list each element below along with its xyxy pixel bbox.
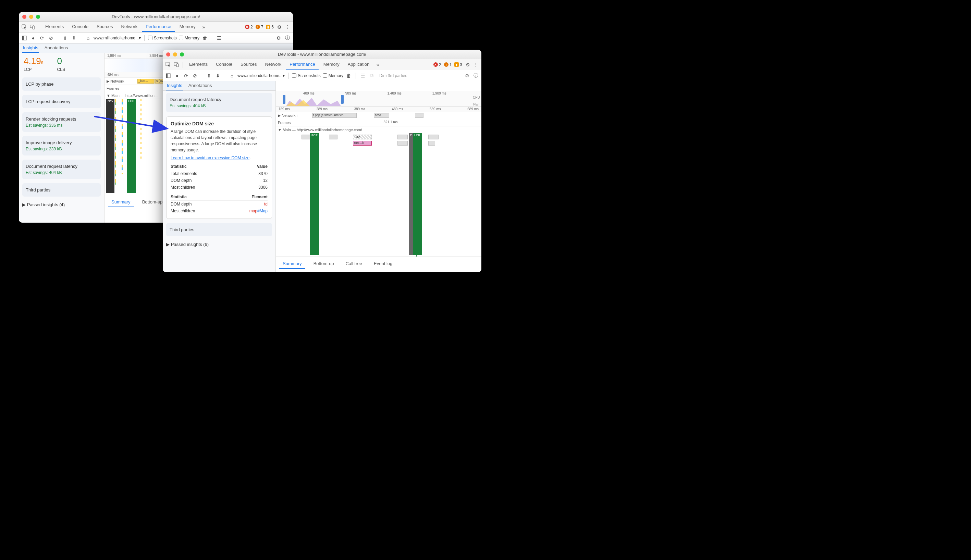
maximize-button[interactable] xyxy=(180,52,184,57)
flame-block[interactable] xyxy=(428,141,435,145)
close-button[interactable] xyxy=(166,52,170,57)
subtab-annotations[interactable]: Annotations xyxy=(188,81,213,90)
minimize-button[interactable] xyxy=(29,15,33,19)
learn-more-link[interactable]: Learn how to avoid an excessive DOM size xyxy=(171,155,249,160)
minimize-button[interactable] xyxy=(173,52,177,57)
tab-memory[interactable]: Memory xyxy=(176,22,199,32)
metric-lcp[interactable]: 4.19s LCP xyxy=(23,56,43,72)
errors-badge[interactable]: ✕2 xyxy=(245,25,253,30)
passed-insights[interactable]: ▶ Passed insights (4) xyxy=(19,199,104,211)
tab-console[interactable]: Console xyxy=(212,60,236,70)
dim-3rd-parties[interactable]: Dim 3rd parties xyxy=(379,73,407,78)
insight-image-delivery[interactable]: Improve image delivery Est savings: 239 … xyxy=(22,136,101,155)
url-dropdown[interactable]: www.milliondollarhome... ▾ xyxy=(237,73,285,78)
net-bar-1[interactable]: _butt... xyxy=(137,79,155,83)
clear-icon[interactable]: ⊘ xyxy=(192,72,199,79)
subtab-insights[interactable]: Insights xyxy=(166,81,183,90)
screenshots-checkbox[interactable]: Screenshots xyxy=(292,73,321,78)
overview-strip[interactable]: 489 ms 989 ms 1,489 ms 1,989 ms CPU NET xyxy=(276,91,481,107)
flame-stack-3[interactable] xyxy=(140,99,142,161)
tab-sources[interactable]: Sources xyxy=(93,22,117,32)
record-icon[interactable]: ● xyxy=(174,72,180,79)
inspect-icon[interactable] xyxy=(21,23,28,30)
recalc-bar[interactable]: Rec...le xyxy=(353,141,372,145)
layers-icon[interactable]: ☰ xyxy=(215,35,222,42)
issues-badge[interactable]: ▮3 xyxy=(454,62,462,67)
settings-icon[interactable]: ⚙ xyxy=(464,61,471,68)
bt-calltree[interactable]: Call tree xyxy=(342,259,365,269)
gear-icon[interactable]: ⚙ xyxy=(464,72,470,79)
flame-block[interactable] xyxy=(397,141,408,145)
net-bar-2[interactable]: arho... xyxy=(374,113,389,118)
maximize-button[interactable] xyxy=(36,15,40,19)
insight-render-blocking[interactable]: Render blocking requests Est savings: 33… xyxy=(22,112,101,132)
bt-bottomup[interactable]: Bottom-up xyxy=(310,259,337,269)
download-icon[interactable]: ⬇ xyxy=(70,35,77,42)
bt-summary[interactable]: Summary xyxy=(279,259,305,269)
tab-sources[interactable]: Sources xyxy=(237,60,260,70)
flame-block[interactable] xyxy=(397,135,408,139)
insight-doc-latency[interactable]: Document request latency Est savings: 40… xyxy=(166,93,272,112)
record-icon[interactable]: ● xyxy=(30,35,37,42)
memory-checkbox[interactable]: Memory xyxy=(323,73,343,78)
download-icon[interactable]: ⬇ xyxy=(215,72,221,79)
device-icon[interactable] xyxy=(173,61,180,68)
insight-lcp-discovery[interactable]: LCP request discovery xyxy=(22,95,101,108)
kebab-icon[interactable]: ⋮ xyxy=(284,23,291,30)
reload-icon[interactable]: ⟳ xyxy=(183,72,190,79)
warnings-badge[interactable]: !7 xyxy=(255,25,264,30)
flame-block[interactable] xyxy=(428,135,439,139)
upload-icon[interactable]: ⬆ xyxy=(62,35,68,42)
flame-stack-1[interactable] xyxy=(115,99,116,185)
tab-elements[interactable]: Elements xyxy=(186,60,211,70)
gear-icon[interactable]: ⚙ xyxy=(275,35,282,42)
bt-eventlog[interactable]: Event log xyxy=(370,259,396,269)
memory-checkbox[interactable]: Memory xyxy=(179,36,199,40)
settings-icon[interactable]: ⚙ xyxy=(276,23,283,30)
tab-memory[interactable]: Memory xyxy=(320,60,343,70)
subtab-insights[interactable]: Insights xyxy=(22,43,39,53)
tab-elements[interactable]: Elements xyxy=(42,22,67,32)
upload-icon[interactable]: ⬆ xyxy=(205,72,212,79)
shortcut-icon[interactable]: ⧉ xyxy=(368,72,375,79)
tab-network[interactable]: Network xyxy=(118,22,141,32)
range-handle-right[interactable] xyxy=(341,95,344,104)
more-tabs-icon[interactable]: » xyxy=(374,61,381,68)
kebab-icon[interactable]: ⋮ xyxy=(472,61,479,68)
close-button[interactable] xyxy=(22,15,27,19)
timeline[interactable]: 489 ms 989 ms 1,489 ms 1,989 ms CPU NET … xyxy=(276,91,481,272)
range-handle-left[interactable] xyxy=(283,95,285,104)
insight-doc-latency[interactable]: Document request latency Est savings: 40… xyxy=(22,160,101,179)
insight-third-parties[interactable]: Third parties xyxy=(22,183,101,197)
inspect-icon[interactable] xyxy=(165,61,172,68)
warnings-badge[interactable]: !1 xyxy=(444,62,452,67)
insight-lcp-phase[interactable]: LCP by phase xyxy=(22,77,101,91)
task-bar[interactable]: Task xyxy=(353,135,372,139)
bt-summary[interactable]: Summary xyxy=(108,197,134,207)
main-track[interactable]: ▼ Main — http://www.milliondollarhomepag… xyxy=(276,127,481,133)
tab-performance[interactable]: Performance xyxy=(142,22,174,32)
tab-performance[interactable]: Performance xyxy=(286,60,318,70)
metric-cls[interactable]: 0 CLS xyxy=(57,56,65,72)
more-tabs-icon[interactable]: » xyxy=(200,23,207,30)
tab-application[interactable]: Application xyxy=(344,60,373,70)
insight-optimize-dom[interactable]: Optimize DOM size A large DOM can increa… xyxy=(166,117,272,219)
errors-badge[interactable]: ✕2 xyxy=(434,62,441,67)
bt-bottomup[interactable]: Bottom-up xyxy=(139,197,166,207)
home-icon[interactable]: ⌂ xyxy=(229,72,235,79)
device-icon[interactable] xyxy=(29,23,36,30)
network-track[interactable]: ▶ Network i t.php (c.statcounter.co... a… xyxy=(276,112,481,119)
layers-icon[interactable]: ☰ xyxy=(359,72,366,79)
flame-chart-area[interactable]: Task Rec...le FCP D LCP xyxy=(276,133,481,257)
insight-third-parties[interactable]: Third parties xyxy=(166,223,272,236)
gc-icon[interactable]: 🗑 xyxy=(202,35,208,42)
frames-track[interactable]: Frames 321.1 ms xyxy=(276,119,481,127)
tab-console[interactable]: Console xyxy=(68,22,92,32)
help-icon[interactable]: ⓘ xyxy=(472,72,479,79)
screenshots-checkbox[interactable]: Screenshots xyxy=(148,36,177,40)
net-bar-3[interactable] xyxy=(415,113,424,118)
dock-icon[interactable] xyxy=(21,35,28,42)
dock-icon[interactable] xyxy=(165,72,172,79)
flame-stack-2[interactable] xyxy=(122,99,123,174)
home-icon[interactable]: ⌂ xyxy=(85,35,92,42)
